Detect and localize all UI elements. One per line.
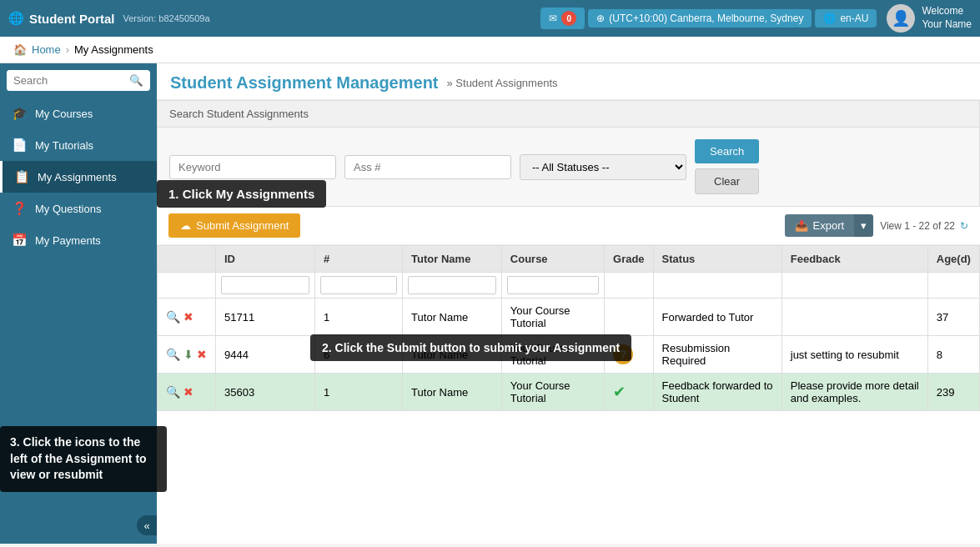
search-header: Search Student Assignments bbox=[158, 101, 979, 128]
row3-status: Feedback forwarded to Student bbox=[653, 374, 781, 411]
app-brand: 🌐 Student Portal bbox=[8, 11, 115, 26]
row1-course: Your Course Tutorial bbox=[501, 299, 604, 336]
row3-actions: 🔍 ✖ bbox=[158, 374, 216, 411]
row1-feedback bbox=[781, 299, 927, 336]
row2-feedback: just setting to resubmit bbox=[781, 336, 927, 374]
row3-grade: ✔ bbox=[605, 374, 654, 411]
search-button[interactable]: Search bbox=[695, 139, 759, 163]
row1-status: Forwarded to Tutor bbox=[653, 299, 781, 336]
page-header: Student Assignment Management Student As… bbox=[157, 63, 980, 100]
col-tutor: Tutor Name bbox=[403, 246, 502, 273]
row1-id: 51711 bbox=[216, 299, 315, 336]
col-course: Course bbox=[501, 246, 604, 273]
clear-button[interactable]: Clear bbox=[695, 168, 759, 194]
page-subtitle: Student Assignments bbox=[447, 77, 558, 89]
col-id: ID bbox=[216, 246, 315, 273]
filter-actions bbox=[158, 273, 216, 299]
export-label: Export bbox=[813, 219, 845, 232]
export-button[interactable]: 📤 Export bbox=[785, 214, 855, 237]
tz-icon: ⊕ bbox=[596, 13, 605, 24]
sidebar-search[interactable]: 🔍 bbox=[7, 70, 150, 91]
view-icon-row1[interactable]: 🔍 bbox=[166, 310, 180, 324]
tutorials-icon: 📄 bbox=[12, 138, 27, 153]
filter-tutor-input[interactable] bbox=[408, 276, 496, 294]
assignments-icon: 📋 bbox=[14, 169, 29, 184]
breadcrumb-home[interactable]: Home bbox=[32, 43, 61, 56]
search-button[interactable]: 🔍 bbox=[123, 70, 150, 91]
submit-label: Submit Assignment bbox=[196, 219, 289, 232]
row3-num: 1 bbox=[315, 374, 403, 411]
breadcrumb: 🏠 Home › My Assignments bbox=[0, 37, 980, 63]
main-content: Student Assignment Management Student As… bbox=[157, 63, 980, 544]
view-count: View 1 - 22 of 22 ↻ bbox=[880, 220, 968, 232]
delete-icon-row2[interactable]: ✖ bbox=[197, 348, 207, 361]
filter-course bbox=[501, 273, 604, 299]
row3-course: Your Course Tutorial bbox=[501, 374, 604, 411]
submit-assignment-button[interactable]: ☁ Submit Assignment bbox=[168, 213, 300, 238]
callout-1: 1. Click My Assignments bbox=[157, 180, 326, 208]
col-grade: Grade bbox=[605, 246, 654, 273]
refresh-button[interactable]: ↻ bbox=[960, 220, 968, 232]
welcome-text: Welcome Your Name bbox=[922, 5, 972, 31]
sidebar-label-my-payments: My Payments bbox=[35, 234, 101, 247]
mail-pill[interactable]: ✉ 0 bbox=[540, 8, 585, 29]
filter-row bbox=[158, 273, 980, 299]
sidebar-item-my-tutorials[interactable]: 📄 My Tutorials bbox=[0, 129, 157, 161]
sidebar-item-my-assignments[interactable]: 📋 My Assignments bbox=[0, 161, 157, 193]
delete-icon-row1[interactable]: ✖ bbox=[183, 310, 193, 324]
user-avatar-wrap[interactable]: 👤 Welcome Your Name bbox=[887, 4, 972, 33]
filter-id-input[interactable] bbox=[221, 276, 309, 294]
payments-icon: 📅 bbox=[12, 233, 27, 248]
action-icons-row2: 🔍 ⬇ ✖ bbox=[166, 348, 207, 361]
sidebar-item-my-questions[interactable]: ❓ My Questions bbox=[0, 193, 157, 224]
delete-icon-row3[interactable]: ✖ bbox=[183, 385, 193, 399]
breadcrumb-separator: › bbox=[66, 43, 69, 56]
sidebar-collapse-button[interactable]: « bbox=[137, 515, 157, 535]
top-nav: 🌐 Student Portal Version: b82450509a ✉ 0… bbox=[0, 0, 980, 37]
status-select[interactable]: -- All Statuses --SubmittedResubmission … bbox=[520, 154, 686, 180]
sidebar-item-my-payments[interactable]: 📅 My Payments bbox=[0, 224, 157, 256]
toolbar: ☁ Submit Assignment 📤 Export ▾ View 1 - … bbox=[157, 207, 980, 245]
language-pill[interactable]: 🌐 en-AU bbox=[815, 9, 877, 28]
sidebar-item-my-courses[interactable]: 🎓 My Courses bbox=[0, 98, 157, 129]
callout-3: 3. Click the icons to the left of the As… bbox=[0, 426, 167, 492]
assignments-table: ID # Tutor Name Course Grade Status Feed… bbox=[157, 245, 980, 411]
col-num: # bbox=[315, 246, 403, 273]
callout-2: 2. Click the Submit button to submit you… bbox=[310, 334, 631, 361]
export-group: 📤 Export ▾ bbox=[785, 214, 874, 237]
export-icon: 📤 bbox=[795, 219, 808, 232]
view-icon-row2[interactable]: 🔍 bbox=[166, 348, 180, 361]
filter-num-input[interactable] bbox=[320, 276, 397, 294]
keyword-input[interactable] bbox=[169, 155, 336, 179]
row3-id: 35603 bbox=[216, 374, 315, 411]
breadcrumb-current: My Assignments bbox=[74, 43, 153, 56]
filter-grade bbox=[605, 273, 654, 299]
row1-grade bbox=[605, 299, 654, 336]
table-header-row: ID # Tutor Name Course Grade Status Feed… bbox=[158, 246, 980, 273]
search-input[interactable] bbox=[7, 70, 123, 91]
row2-status: Resubmission Required bbox=[653, 336, 781, 374]
table-row: 🔍 ✖ 35603 1 Tutor Name Your Course Tutor… bbox=[158, 374, 980, 411]
row1-actions: 🔍 ✖ bbox=[158, 299, 216, 336]
col-age: Age(d) bbox=[927, 246, 979, 273]
questions-icon: ❓ bbox=[12, 201, 27, 216]
row3-feedback: Please provide more detail and examples. bbox=[781, 374, 927, 411]
sidebar-label-my-tutorials: My Tutorials bbox=[35, 139, 93, 152]
sidebar-label-my-questions: My Questions bbox=[35, 203, 101, 215]
ass-number-input[interactable] bbox=[344, 155, 511, 179]
language-label: en-AU bbox=[840, 13, 868, 24]
filter-course-input[interactable] bbox=[507, 276, 599, 294]
view-icon-row3[interactable]: 🔍 bbox=[166, 385, 180, 399]
globe-icon: 🌐 bbox=[8, 11, 24, 26]
export-caret-button[interactable]: ▾ bbox=[854, 214, 873, 237]
action-icons-row1: 🔍 ✖ bbox=[166, 310, 207, 324]
timezone-pill[interactable]: ⊕ (UTC+10:00) Canberra, Melbourne, Sydne… bbox=[588, 9, 812, 28]
filter-feedback bbox=[781, 273, 927, 299]
row2-age: 8 bbox=[927, 336, 979, 374]
courses-icon: 🎓 bbox=[12, 106, 27, 121]
filter-status bbox=[653, 273, 781, 299]
mail-badge: 0 bbox=[561, 11, 576, 26]
download-icon-row2[interactable]: ⬇ bbox=[183, 348, 193, 361]
home-icon: 🏠 bbox=[13, 43, 27, 56]
toolbar-right: 📤 Export ▾ View 1 - 22 of 22 ↻ bbox=[785, 214, 968, 237]
